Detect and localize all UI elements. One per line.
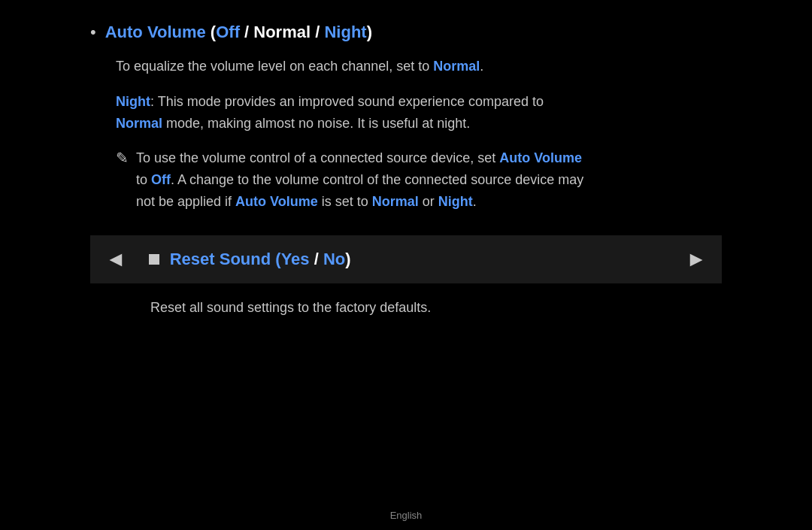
nav-right-arrow[interactable]: ►	[671, 247, 722, 271]
slash-white: /	[310, 250, 323, 268]
reset-sound-section-row: ◄ Reset Sound (Yes / No) ►	[90, 235, 722, 283]
note-line3-mid: is set to	[318, 194, 372, 209]
auto-volume-para2: Night: This mode provides an improved so…	[116, 91, 722, 135]
para2-normal: Normal	[116, 116, 162, 131]
reset-description-text: Reset all sound settings to the factory …	[150, 300, 431, 315]
para1-before: To equalize the volume level on each cha…	[116, 59, 433, 74]
note-night: Night	[438, 194, 473, 209]
auto-volume-note: ✎ To use the volume control of a connect…	[116, 147, 722, 212]
reset-label: Reset Sound (	[170, 250, 281, 268]
reset-sound-description: Reset all sound settings to the factory …	[150, 297, 722, 319]
no-blue: No	[323, 250, 345, 268]
note-line3-or: or	[419, 194, 438, 209]
para2-rest: mode, making almost no noise. It is usef…	[162, 116, 470, 131]
reset-sound-title: Reset Sound (Yes / No)	[170, 250, 351, 269]
bullet-dot: •	[90, 23, 96, 42]
auto-volume-title: Auto Volume (Off / Normal / Night)	[105, 23, 372, 42]
note-line1-before: To use the volume control of a connected…	[136, 150, 499, 165]
note-off: Off	[151, 172, 171, 187]
language-label: English	[390, 510, 423, 521]
note-line3-end: .	[473, 194, 477, 209]
yes-blue: Yes	[281, 250, 310, 268]
note-auto-volume2: Auto Volume	[235, 194, 318, 209]
para2-colon: : This mode provides an improved sound e…	[150, 94, 544, 109]
note-line2-after: . A change to the volume control of the …	[171, 172, 583, 187]
note-line3-before: not be applied if	[136, 194, 235, 209]
note-text: To use the volume control of a connected…	[136, 147, 583, 212]
nav-left-arrow[interactable]: ◄	[90, 247, 141, 271]
note-line2-before: to	[136, 172, 151, 187]
close-white: )	[345, 250, 350, 268]
auto-volume-para1: To equalize the volume level on each cha…	[116, 56, 722, 77]
para1-after: .	[480, 59, 483, 74]
square-bullet	[149, 254, 159, 265]
reset-sound-heading-row: Reset Sound (Yes / No)	[141, 250, 722, 269]
night-bold: Night	[116, 94, 150, 109]
footer-language: English	[390, 510, 423, 521]
auto-volume-heading: • Auto Volume (Off / Normal / Night)	[90, 23, 722, 42]
note-normal: Normal	[372, 194, 419, 209]
para1-normal: Normal	[433, 59, 480, 74]
note-auto-volume: Auto Volume	[499, 150, 582, 165]
auto-volume-section: • Auto Volume (Off / Normal / Night) To …	[90, 23, 722, 213]
note-icon: ✎	[116, 149, 129, 167]
